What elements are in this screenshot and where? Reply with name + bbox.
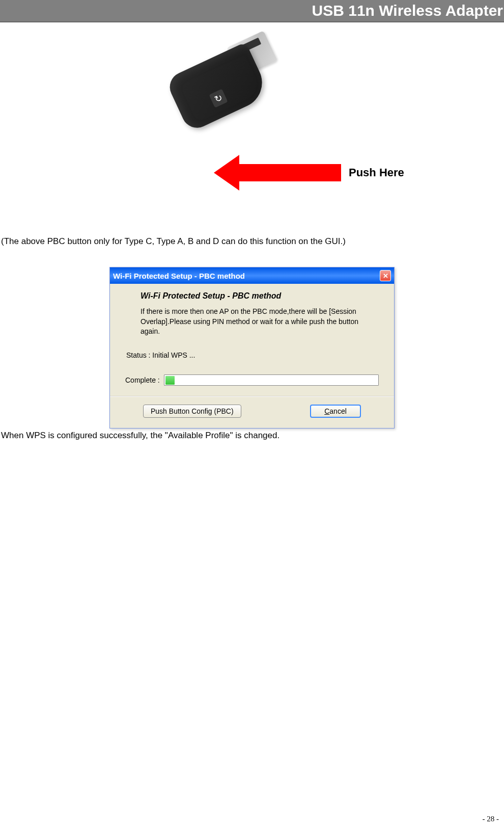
- dialog-button-row: Push Button Config (PBC) Cancel: [125, 405, 379, 418]
- push-here-annotation: Push Here: [214, 155, 404, 191]
- dialog-title: Wi-Fi Protected Setup - PBC method: [113, 272, 245, 280]
- arrow-head-icon: [214, 155, 239, 191]
- page-number: - 28 -: [483, 815, 499, 823]
- usb-illustration: Push Here: [0, 48, 504, 201]
- pbc-button[interactable]: Push Button Config (PBC): [143, 405, 241, 418]
- image-caption: (The above PBC button only for Type C, T…: [1, 236, 504, 247]
- complete-row: Complete :: [125, 374, 379, 386]
- status-row: Status : Initial WPS ...: [126, 351, 379, 359]
- dialog-titlebar: Wi-Fi Protected Setup - PBC method ✕: [110, 267, 394, 284]
- wps-dialog: Wi-Fi Protected Setup - PBC method ✕ Wi-…: [109, 267, 395, 428]
- complete-label: Complete :: [125, 376, 160, 384]
- arrow-body: [239, 164, 341, 181]
- status-value: Initial WPS ...: [152, 351, 195, 359]
- dialog-description: If there is more then one AP on the PBC …: [141, 307, 374, 337]
- close-icon: ✕: [383, 272, 388, 280]
- close-button[interactable]: ✕: [380, 270, 391, 281]
- header-title: USB 11n Wireless Adapter: [312, 2, 503, 19]
- footer-description: When WPS is configured successfully, the…: [1, 431, 504, 441]
- push-here-label: Push Here: [349, 166, 404, 179]
- dialog-body: Wi-Fi Protected Setup - PBC method If th…: [110, 284, 394, 428]
- cancel-button-label: Cancel: [324, 407, 347, 415]
- pbc-button-label: Push Button Config (PBC): [151, 407, 234, 415]
- cancel-button[interactable]: Cancel: [310, 405, 361, 418]
- dialog-divider: [110, 396, 394, 397]
- progress-fill: [165, 376, 175, 385]
- status-label: Status :: [126, 351, 150, 359]
- dialog-heading: Wi-Fi Protected Setup - PBC method: [141, 291, 379, 301]
- page-content: Push Here (The above PBC button only for…: [0, 48, 504, 441]
- progress-bar: [164, 374, 379, 386]
- page-header: USB 11n Wireless Adapter: [0, 0, 504, 22]
- dialog-screenshot: Wi-Fi Protected Setup - PBC method ✕ Wi-…: [0, 267, 504, 428]
